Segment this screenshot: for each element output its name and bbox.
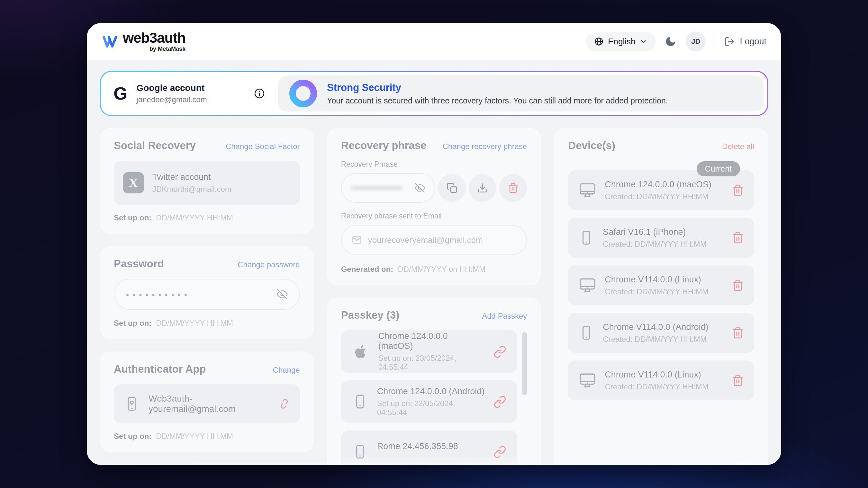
language-selector[interactable]: English xyxy=(586,32,655,52)
account-info-button[interactable] xyxy=(254,88,265,99)
device-row: Chrome V114.0.0 (Linux) Created: DD/MM/Y… xyxy=(568,265,754,305)
authenticator-card: Authenticator App Change Web3auth-yourem… xyxy=(100,352,314,452)
change-authenticator-link[interactable]: Change xyxy=(273,366,300,375)
web3auth-logo: web3auth by MetaMask xyxy=(101,31,186,52)
trash-icon[interactable] xyxy=(732,232,744,244)
web3auth-logo-icon xyxy=(101,33,118,50)
passkey-card: Passkey (3) Add Passkey Chrome 124.0.0.0… xyxy=(327,297,541,465)
trash-icon[interactable] xyxy=(732,374,744,387)
devices-card: Device(s) Delete all Current Chrome 124.… xyxy=(554,128,768,465)
social-account-email: JDKmurthi@gmail.com xyxy=(152,185,231,194)
app-header: web3auth by MetaMask English JD Log xyxy=(87,23,781,60)
trash-icon[interactable] xyxy=(732,279,744,291)
user-avatar[interactable]: JD xyxy=(686,31,706,52)
logout-label: Logout xyxy=(740,37,767,46)
device-row: Current Chrome 124.0.0.0 (macOS) Created… xyxy=(568,170,754,210)
recovery-phrase-field[interactable]: •••••••••••••••••• xyxy=(341,173,436,203)
change-recovery-phrase-link[interactable]: Change recovery phrase xyxy=(443,142,527,151)
apple-icon xyxy=(352,343,369,360)
security-level-title: Strong Security xyxy=(327,82,668,94)
delete-phrase-button[interactable] xyxy=(499,174,527,202)
device-title: Chrome 124.0.0.0 (macOS) xyxy=(605,180,711,190)
security-ring-icon xyxy=(289,79,317,108)
device-created: Created: DD/MM/YYY HH:MM xyxy=(603,335,708,344)
info-icon xyxy=(254,88,265,99)
device-created: Created: DD/MM/YYY HH:MM xyxy=(605,192,711,201)
trash-icon[interactable] xyxy=(732,184,744,196)
delete-all-devices-link[interactable]: Delete all xyxy=(722,142,754,151)
dark-mode-toggle[interactable] xyxy=(664,35,677,47)
device-title: Safari V16.1 (iPhone) xyxy=(603,227,706,237)
device-row: Chrome V114.0.0 (Linux) Created: DD/MM/Y… xyxy=(568,360,754,400)
link-icon[interactable] xyxy=(494,395,506,408)
desktop-icon xyxy=(578,181,596,199)
unlink-icon[interactable] xyxy=(278,398,290,410)
security-level-description: Your account is secured with three recov… xyxy=(327,96,668,105)
twitter-account-tile: X Twitter account JDKmurthi@gmail.com xyxy=(114,161,300,205)
authenticator-phone-icon xyxy=(123,395,140,412)
password-masked-value: •••••••••• xyxy=(126,290,191,300)
setup-on-label: Set up on: xyxy=(114,319,151,328)
passkey-scrollbar[interactable] xyxy=(522,332,527,395)
setup-on-value: DD/MM/YYYY HH:MM xyxy=(156,213,233,222)
recovery-email-field[interactable]: yourrecoveryemail@gmail.com xyxy=(341,225,527,255)
login-account-section: G Google account janedoe@gmail.com xyxy=(101,72,278,115)
eye-off-icon[interactable] xyxy=(415,183,425,193)
account-title: Google account xyxy=(136,83,207,93)
change-password-link[interactable]: Change password xyxy=(238,260,300,269)
logout-button[interactable]: Logout xyxy=(724,36,767,47)
setup-on-value: DD/MM/YYYY HH:MM xyxy=(156,432,233,441)
setup-on-value: DD/MM/YYYY HH:MM xyxy=(156,319,233,328)
device-created: Created: DD/MM/YYY HH:MM xyxy=(603,240,706,249)
trash-icon xyxy=(507,183,519,193)
add-passkey-link[interactable]: Add Passkey xyxy=(482,312,527,321)
desktop-icon xyxy=(578,276,596,294)
passkey-item: Chrome 124.0.0.0 (Android) Set up on: 23… xyxy=(341,380,518,423)
app-window: web3auth by MetaMask English JD Log xyxy=(87,23,781,465)
devices-title: Device(s) xyxy=(568,139,615,152)
factors-grid: Social Recovery Change Social Factor X T… xyxy=(100,128,768,465)
device-created: Created: DD/MM/YYY HH:MM xyxy=(605,287,708,296)
eye-off-icon[interactable] xyxy=(277,289,288,300)
password-title: Password xyxy=(114,258,164,270)
passkey-item-title: Chrome 124.0.0.0 (macOS) xyxy=(378,331,485,351)
trash-icon[interactable] xyxy=(732,327,744,339)
copy-phrase-button[interactable] xyxy=(438,174,466,202)
download-icon xyxy=(477,183,488,193)
passkey-item-subtitle: Set up on: 23/05/2024, 04:55:44 xyxy=(377,399,485,417)
phone-icon xyxy=(578,230,594,246)
brand-name: web3auth xyxy=(123,31,186,45)
change-social-factor-link[interactable]: Change Social Factor xyxy=(226,142,300,151)
globe-icon xyxy=(594,37,604,46)
setup-on-label: Set up on: xyxy=(114,213,151,222)
passkey-list: Chrome 124.0.0.0 (macOS) Set up on: 23/0… xyxy=(341,330,527,465)
chevron-down-icon xyxy=(640,38,647,45)
authenticator-account: Web3auth-youremail@gmal.com xyxy=(149,394,270,414)
google-icon: G xyxy=(114,85,128,102)
download-phrase-button[interactable] xyxy=(469,174,496,202)
moon-icon xyxy=(664,35,677,47)
device-title: Chrome V114.0.0 (Linux) xyxy=(605,275,708,285)
brand-byline: by MetaMask xyxy=(150,45,186,52)
device-row: Chrome V114.0.0 (Android) Created: DD/MM… xyxy=(568,313,754,353)
social-recovery-title: Social Recovery xyxy=(114,139,196,152)
generated-on-label: Generated on: xyxy=(341,265,394,274)
security-status-section: Strong Security Your account is secured … xyxy=(278,75,764,111)
passkey-item-title: Rome 24.456.355.98 xyxy=(377,442,458,451)
x-twitter-icon: X xyxy=(123,172,144,193)
copy-icon xyxy=(446,183,458,193)
phone-icon xyxy=(352,444,368,460)
password-field[interactable]: •••••••••• xyxy=(114,279,300,310)
link-icon[interactable] xyxy=(494,445,506,458)
device-title: Chrome V114.0.0 (Android) xyxy=(603,322,708,332)
recovery-phrase-card: Recovery phrase Change recovery phrase R… xyxy=(327,128,541,285)
passkey-title: Passkey (3) xyxy=(341,309,400,321)
social-account-title: Twitter account xyxy=(152,172,231,182)
recovery-email-value: yourrecoveryemail@gmail.com xyxy=(368,235,483,245)
current-device-badge: Current xyxy=(696,161,740,176)
link-icon[interactable] xyxy=(494,345,506,358)
passkey-item-subtitle: Set up on: 23/05/2024, 04:55:44 xyxy=(378,354,485,372)
authenticator-tile: Web3auth-youremail@gmal.com xyxy=(114,384,300,423)
setup-on-label: Set up on: xyxy=(114,432,151,441)
phone-icon xyxy=(352,394,368,410)
